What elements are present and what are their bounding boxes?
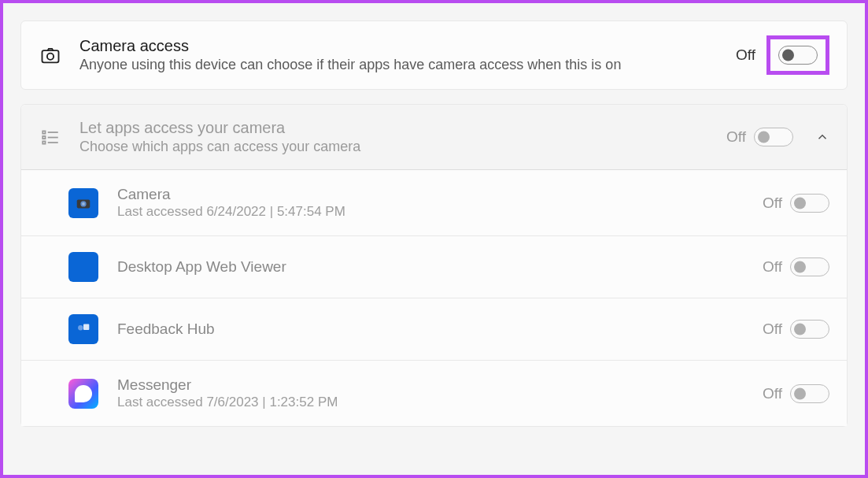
app-state-label: Off xyxy=(763,385,782,402)
apps-access-text: Let apps access your camera Choose which… xyxy=(79,119,726,155)
list-icon xyxy=(39,125,62,149)
app-sub: Last accessed 7/6/2023 | 1:23:52 PM xyxy=(117,395,763,410)
app-text: Feedback Hub xyxy=(117,321,763,338)
app-text: Camera Last accessed 6/24/2022 | 5:47:54… xyxy=(117,186,763,220)
apps-access-header[interactable]: Let apps access your camera Choose which… xyxy=(21,105,847,170)
app-text: Desktop App Web Viewer xyxy=(117,258,763,276)
app-name: Feedback Hub xyxy=(117,321,763,338)
app-sub: Last accessed 6/24/2022 | 5:47:54 PM xyxy=(117,204,763,220)
svg-rect-0 xyxy=(42,50,59,62)
svg-point-11 xyxy=(78,325,83,330)
apps-access-panel: Let apps access your camera Choose which… xyxy=(20,104,848,427)
app-state-label: Off xyxy=(763,321,782,338)
feedback-app-icon xyxy=(68,314,98,344)
svg-point-1 xyxy=(47,54,54,60)
apps-access-title: Let apps access your camera xyxy=(79,119,726,137)
camera-icon xyxy=(39,43,62,67)
camera-access-state-label: Off xyxy=(736,46,755,64)
app-text: Messenger Last accessed 7/6/2023 | 1:23:… xyxy=(117,376,763,410)
svg-point-10 xyxy=(82,202,85,206)
camera-access-subtitle: Anyone using this device can choose if t… xyxy=(79,57,736,73)
svg-rect-2 xyxy=(42,131,45,133)
app-name: Messenger xyxy=(117,376,763,394)
apps-access-toggle[interactable] xyxy=(754,128,793,146)
svg-rect-12 xyxy=(83,324,89,330)
camera-access-title: Camera access xyxy=(79,37,736,55)
camera-access-panel: Camera access Anyone using this device c… xyxy=(20,20,848,90)
app-toggle[interactable] xyxy=(790,194,829,213)
app-row-messenger: Messenger Last accessed 7/6/2023 | 1:23:… xyxy=(21,361,847,426)
apps-access-subtitle: Choose which apps can access your camera xyxy=(79,139,726,155)
camera-access-row: Camera access Anyone using this device c… xyxy=(21,21,847,89)
camera-access-toggle[interactable] xyxy=(778,46,818,65)
svg-rect-4 xyxy=(42,141,45,143)
messenger-app-icon xyxy=(68,379,98,409)
app-toggle[interactable] xyxy=(790,384,829,403)
svg-rect-3 xyxy=(42,136,45,139)
app-row-camera: Camera Last accessed 6/24/2022 | 5:47:54… xyxy=(21,170,847,236)
camera-app-icon xyxy=(68,188,98,218)
highlight-box xyxy=(766,35,829,75)
app-toggle[interactable] xyxy=(790,320,829,339)
app-toggle[interactable] xyxy=(790,258,829,276)
app-state-label: Off xyxy=(763,195,782,212)
blank-app-icon xyxy=(68,252,98,282)
camera-access-text: Camera access Anyone using this device c… xyxy=(79,37,736,73)
app-name: Desktop App Web Viewer xyxy=(117,258,763,276)
app-state-label: Off xyxy=(763,258,782,276)
chevron-up-icon[interactable] xyxy=(815,130,829,144)
app-name: Camera xyxy=(117,186,763,203)
app-row-feedback-hub: Feedback Hub Off xyxy=(21,298,847,361)
apps-access-state-label: Off xyxy=(726,128,746,146)
app-row-desktop-web-viewer: Desktop App Web Viewer Off xyxy=(21,236,847,298)
